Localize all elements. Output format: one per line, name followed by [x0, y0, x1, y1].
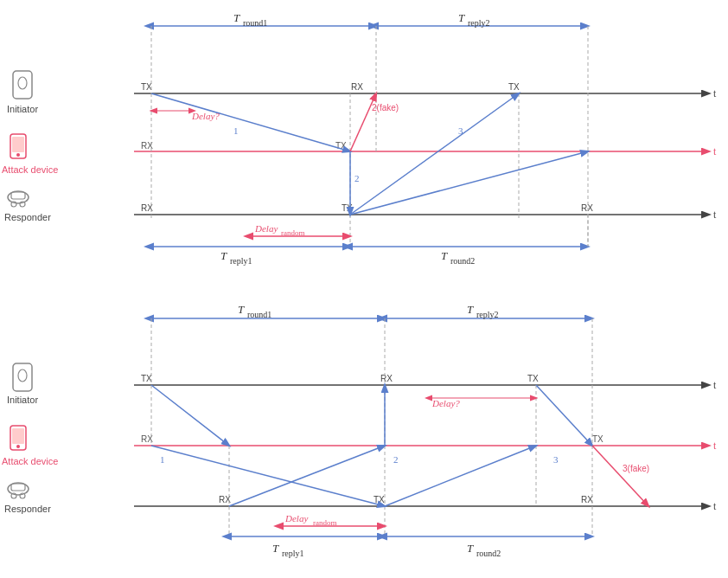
- tx-init-2-top: TX: [508, 82, 520, 92]
- t-attack-bot: t: [713, 440, 717, 452]
- num1-bot: 1: [160, 454, 165, 465]
- svg-point-4: [18, 77, 27, 89]
- num2-bot: 2: [393, 454, 399, 465]
- num3-top: 3: [458, 125, 463, 136]
- delay-random-top: Delay: [254, 223, 278, 234]
- svg-line-52: [385, 446, 536, 506]
- svg-line-48: [151, 385, 229, 446]
- treply1-bot: T: [272, 542, 279, 555]
- tround1-top: T: [233, 11, 240, 24]
- num2-top: 2: [354, 173, 360, 183]
- t-responder-bot: t: [713, 500, 717, 512]
- rx-resp2-top: RX: [581, 203, 593, 213]
- svg-line-54: [592, 446, 648, 506]
- rx-resp2-bot: RX: [581, 495, 593, 504]
- svg-line-51: [151, 446, 385, 506]
- svg-line-17: [151, 93, 350, 151]
- tround1-sub-bot: round1: [247, 310, 271, 319]
- rx-init-bot: RX: [380, 374, 393, 383]
- attack-device-label-top: Attack device: [2, 164, 58, 175]
- tx-init-2-bot: TX: [527, 374, 539, 383]
- t-initiator-bot: t: [713, 379, 717, 391]
- svg-line-49: [229, 446, 385, 506]
- treply2-sub-top: reply2: [468, 18, 490, 28]
- tround1-bot: T: [238, 303, 245, 316]
- num3-bot: 3: [553, 454, 559, 465]
- initiator-label-bot: Initiator: [7, 395, 38, 405]
- diagram-container: t t t Initiator Attack device Responder …: [0, 0, 728, 578]
- tx-resp-top: TX: [342, 203, 353, 213]
- tround2-bot: T: [467, 542, 474, 555]
- treply1-top: T: [220, 249, 227, 262]
- tx-init-1-top: TX: [141, 82, 152, 92]
- svg-rect-40: [11, 484, 25, 491]
- tx-attack-bot: TX: [592, 434, 603, 444]
- fake2-top: 2(fake): [372, 103, 399, 112]
- initiator-label-top: Initiator: [7, 104, 38, 114]
- delay-random-sub-bot: random: [313, 518, 337, 527]
- svg-rect-9: [11, 192, 25, 199]
- svg-point-7: [16, 153, 20, 157]
- tround2-sub-top: round2: [450, 256, 475, 266]
- attack-device-label-bot: Attack device: [2, 456, 58, 466]
- t-initiator-top: t: [713, 87, 717, 100]
- treply1-sub-bot: reply1: [282, 549, 304, 558]
- svg-rect-37: [12, 428, 24, 444]
- svg-point-38: [16, 445, 20, 448]
- tx-init-1-bot: TX: [141, 374, 152, 383]
- tx-resp-bot: TX: [374, 495, 385, 504]
- tround2-top: T: [441, 249, 448, 262]
- tround2-sub-bot: round2: [476, 549, 501, 558]
- rx-init-top: RX: [351, 82, 363, 92]
- treply2-sub-bot: reply2: [476, 310, 499, 319]
- svg-point-35: [18, 369, 27, 382]
- t-responder-top: t: [713, 209, 717, 221]
- fake3-bot: 3(fake): [623, 464, 649, 473]
- t-attack-top: t: [713, 145, 717, 157]
- svg-rect-6: [12, 137, 24, 152]
- treply2-top: T: [458, 11, 465, 24]
- num1-top: 1: [233, 125, 239, 136]
- delay-random-bot: Delay: [284, 513, 308, 523]
- svg-line-22: [350, 151, 588, 215]
- svg-rect-34: [13, 363, 32, 391]
- responder-label-bot: Responder: [4, 504, 51, 514]
- treply2-bot: T: [467, 303, 474, 316]
- delay-random-sub-top: random: [281, 228, 305, 237]
- svg-line-53: [536, 385, 592, 446]
- tround1-sub-top: round1: [243, 18, 267, 28]
- treply1-sub-top: reply1: [230, 256, 252, 266]
- delay-q-bot: Delay?: [431, 398, 460, 408]
- responder-label-top: Responder: [4, 212, 51, 222]
- delay-q-top: Delay?: [191, 111, 220, 121]
- svg-rect-3: [13, 71, 32, 99]
